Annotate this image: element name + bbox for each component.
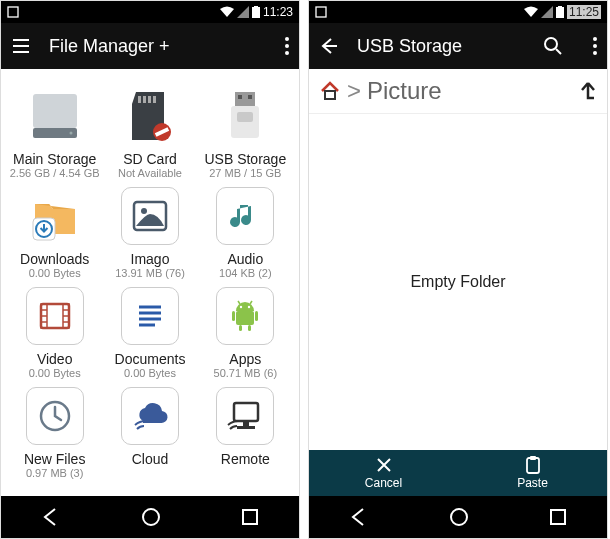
grid-item-label: Apps bbox=[229, 351, 261, 367]
svg-rect-60 bbox=[325, 91, 335, 99]
more-icon[interactable] bbox=[593, 37, 597, 55]
grid-item-label: New Files bbox=[24, 451, 85, 467]
grid-item-sublabel: 27 MB / 15 GB bbox=[209, 167, 281, 179]
nav-back-icon[interactable] bbox=[348, 506, 370, 528]
grid-item-remote[interactable]: Remote bbox=[200, 387, 291, 479]
phone-left: 11:23 File Manager + Main Storage 2.56 G… bbox=[0, 0, 300, 539]
grid-item-audio[interactable]: Audio 104 KB (2) bbox=[200, 187, 291, 279]
notification-icon bbox=[7, 6, 19, 18]
close-icon bbox=[375, 456, 393, 474]
svg-rect-39 bbox=[255, 311, 258, 321]
svg-point-5 bbox=[285, 51, 289, 55]
grid-item-sd-card[interactable]: SD Card Not Available bbox=[104, 87, 195, 179]
main-grid-area: Main Storage 2.56 GB / 4.54 GB SD Card N… bbox=[1, 69, 299, 496]
content-right: > Picture Empty Folder Cancel Paste bbox=[309, 69, 607, 496]
grid-item-sublabel: 104 KB (2) bbox=[219, 267, 272, 279]
svg-rect-40 bbox=[239, 325, 242, 331]
up-icon[interactable] bbox=[579, 80, 597, 102]
grid-item-new-files[interactable]: New Files 0.97 MB (3) bbox=[9, 387, 100, 479]
grid-item-label: Documents bbox=[115, 351, 186, 367]
apps-icon bbox=[216, 287, 274, 345]
svg-rect-10 bbox=[143, 96, 146, 103]
paste-label: Paste bbox=[517, 476, 548, 490]
grid-item-downloads[interactable]: Downloads 0.00 Bytes bbox=[9, 187, 100, 279]
svg-rect-9 bbox=[138, 96, 141, 103]
svg-rect-16 bbox=[238, 95, 242, 99]
app-title: File Manager + bbox=[49, 36, 170, 57]
grid-item-usb-storage[interactable]: USB Storage 27 MB / 15 GB bbox=[200, 87, 291, 179]
search-icon[interactable] bbox=[543, 36, 563, 56]
video-icon bbox=[26, 287, 84, 345]
image-icon bbox=[121, 187, 179, 245]
hdd-icon bbox=[26, 87, 84, 145]
grid-item-label: Cloud bbox=[132, 451, 169, 467]
back-icon[interactable] bbox=[319, 36, 339, 56]
downloads-icon bbox=[26, 187, 84, 245]
status-icons: 11:25 bbox=[524, 5, 601, 19]
menu-icon[interactable] bbox=[11, 36, 31, 56]
svg-rect-0 bbox=[8, 7, 18, 17]
svg-rect-12 bbox=[153, 96, 156, 103]
grid-item-sublabel: 13.91 MB (76) bbox=[115, 267, 185, 279]
nav-recent-icon[interactable] bbox=[548, 507, 568, 527]
grid-item-label: Downloads bbox=[20, 251, 89, 267]
svg-line-45 bbox=[250, 301, 252, 304]
grid-item-apps[interactable]: Apps 50.71 MB (6) bbox=[200, 287, 291, 379]
svg-rect-51 bbox=[243, 510, 257, 524]
grid-item-label: USB Storage bbox=[204, 151, 286, 167]
grid-item-label: Audio bbox=[227, 251, 263, 267]
navbar-right bbox=[309, 496, 607, 538]
grid-item-documents[interactable]: Documents 0.00 Bytes bbox=[104, 287, 195, 379]
notification-icon bbox=[315, 6, 327, 18]
svg-rect-19 bbox=[237, 112, 253, 122]
breadcrumb-path: Picture bbox=[367, 77, 442, 105]
svg-rect-6 bbox=[33, 94, 77, 128]
actionbar: Cancel Paste bbox=[309, 450, 607, 496]
grid-item-sublabel: 0.00 Bytes bbox=[29, 367, 81, 379]
battery-icon bbox=[252, 6, 260, 18]
document-icon bbox=[121, 287, 179, 345]
svg-point-58 bbox=[593, 44, 597, 48]
grid-item-sublabel: 0.00 Bytes bbox=[29, 267, 81, 279]
nav-home-icon[interactable] bbox=[448, 506, 470, 528]
svg-point-3 bbox=[285, 37, 289, 41]
nav-home-icon[interactable] bbox=[140, 506, 162, 528]
grid-item-label: Imago bbox=[131, 251, 170, 267]
battery-icon bbox=[556, 6, 564, 18]
clock: 11:25 bbox=[567, 5, 601, 19]
svg-point-55 bbox=[545, 38, 557, 50]
svg-point-8 bbox=[69, 132, 72, 135]
grid-item-sublabel: 0.97 MB (3) bbox=[26, 467, 83, 479]
svg-point-4 bbox=[285, 44, 289, 48]
grid-item-cloud[interactable]: Cloud bbox=[104, 387, 195, 479]
svg-rect-52 bbox=[316, 7, 326, 17]
breadcrumb[interactable]: > Picture bbox=[309, 69, 607, 114]
clock: 11:23 bbox=[263, 5, 293, 19]
grid-item-sublabel: 50.71 MB (6) bbox=[214, 367, 278, 379]
clock-icon bbox=[26, 387, 84, 445]
grid-item-images[interactable]: Imago 13.91 MB (76) bbox=[104, 187, 195, 279]
more-icon[interactable] bbox=[285, 37, 289, 55]
svg-rect-61 bbox=[527, 458, 539, 473]
svg-point-42 bbox=[240, 306, 242, 308]
svg-rect-41 bbox=[248, 325, 251, 331]
nav-back-icon[interactable] bbox=[40, 506, 62, 528]
paste-button[interactable]: Paste bbox=[458, 450, 607, 496]
grid-item-sublabel: 0.00 Bytes bbox=[124, 367, 176, 379]
grid-item-label: Main Storage bbox=[13, 151, 96, 167]
grid-item-main-storage[interactable]: Main Storage 2.56 GB / 4.54 GB bbox=[9, 87, 100, 179]
svg-point-43 bbox=[248, 306, 250, 308]
appbar-right: USB Storage bbox=[309, 23, 607, 69]
nav-recent-icon[interactable] bbox=[240, 507, 260, 527]
home-icon[interactable] bbox=[319, 80, 341, 102]
svg-rect-2 bbox=[254, 6, 258, 8]
svg-rect-53 bbox=[556, 7, 564, 18]
usb-icon bbox=[216, 87, 274, 145]
grid-item-sublabel: Not Available bbox=[118, 167, 182, 179]
svg-rect-62 bbox=[530, 456, 536, 460]
svg-point-50 bbox=[143, 509, 159, 525]
cancel-button[interactable]: Cancel bbox=[309, 450, 458, 496]
svg-rect-17 bbox=[248, 95, 252, 99]
grid-item-video[interactable]: Video 0.00 Bytes bbox=[9, 287, 100, 379]
sdcard-icon bbox=[121, 87, 179, 145]
